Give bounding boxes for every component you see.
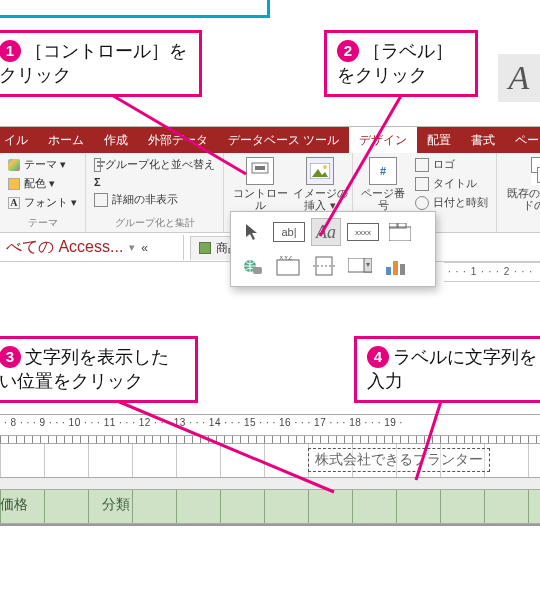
callout-1: 1［コントロール］をクリック bbox=[0, 30, 202, 97]
fonts-icon: A bbox=[8, 197, 20, 209]
tab-dbtools[interactable]: データベース ツール bbox=[218, 127, 349, 153]
btn-add-existing-fields[interactable]: 既存のフィールドの追加 bbox=[505, 157, 540, 211]
design-row-2[interactable]: 価格 分類 bbox=[0, 490, 540, 524]
group-theme: テーマ ▾ 配色 ▾ A フォント ▾ テーマ bbox=[0, 153, 86, 232]
label-control[interactable]: 株式会社できるプランター bbox=[308, 448, 490, 472]
btn-hide-detail[interactable]: 詳細の非表示 bbox=[94, 192, 215, 207]
btn-colors[interactable]: 配色 ▾ bbox=[8, 176, 77, 191]
ctl-button[interactable]: xxxx bbox=[347, 223, 379, 241]
nav-pane-title[interactable]: べての Access... ▾ « bbox=[0, 235, 184, 260]
h-ruler: · 8 · · · 9 · · · 10 · · · 11 · · · 12 ·… bbox=[0, 414, 540, 436]
callout-3-text: 文字列を表示したい位置をクリック bbox=[0, 347, 169, 391]
ctl-textbox[interactable]: ab| bbox=[273, 222, 305, 242]
ctl-combobox[interactable] bbox=[345, 252, 375, 280]
hash-icon: # bbox=[369, 157, 397, 185]
fields-icon bbox=[531, 157, 540, 185]
btn-insert-image[interactable]: イメージの挿入 ▾ bbox=[292, 157, 348, 211]
callout-3: 3文字列を表示したい位置をクリック bbox=[0, 336, 198, 403]
callout-4-text: ラベルに文字列を入力 bbox=[367, 347, 537, 391]
tab-create[interactable]: 作成 bbox=[94, 127, 138, 153]
svg-rect-19 bbox=[393, 261, 398, 275]
ctl-tab[interactable] bbox=[385, 218, 415, 246]
colors-icon bbox=[8, 178, 20, 190]
hide-detail-icon bbox=[94, 193, 108, 207]
group-grouping: グループ化と並べ替え Σ 詳細の非表示 グループ化と集計 bbox=[86, 153, 224, 232]
callout-4: 4ラベルに文字列を入力 bbox=[354, 336, 540, 403]
controls-gallery: ab| Aa xxxx XYZ bbox=[230, 211, 436, 287]
ctl-label[interactable]: Aa bbox=[311, 218, 341, 246]
btn-themes-label: テーマ ▾ bbox=[24, 157, 66, 172]
btn-themes[interactable]: テーマ ▾ bbox=[8, 157, 77, 172]
label-control-text: 株式会社できるプランター bbox=[315, 451, 483, 467]
field-price[interactable]: 価格 bbox=[0, 496, 56, 514]
btn-group-sort[interactable]: グループ化と並べ替え bbox=[94, 157, 215, 172]
svg-text:XYZ: XYZ bbox=[279, 256, 293, 261]
image-icon bbox=[306, 157, 334, 185]
ctl-chart[interactable] bbox=[381, 252, 411, 280]
big-a-glyph: A bbox=[498, 54, 540, 102]
tab-page[interactable]: ページ設定 bbox=[505, 127, 540, 153]
nav-title-text: べての Access... bbox=[6, 237, 123, 258]
btn-datetime-label: 日付と時刻 bbox=[433, 195, 488, 210]
ctl-hyperlink[interactable] bbox=[237, 252, 267, 280]
tab-arrange[interactable]: 配置 bbox=[417, 127, 461, 153]
chevron-down-icon: ▾ bbox=[129, 241, 135, 254]
ctl-select[interactable] bbox=[237, 218, 267, 246]
btn-insert-image-label: イメージの挿入 ▾ bbox=[292, 187, 348, 211]
tab-format[interactable]: 書式 bbox=[461, 127, 505, 153]
tab-file[interactable]: イル bbox=[0, 127, 38, 153]
svg-rect-1 bbox=[255, 166, 265, 170]
btn-totals[interactable]: Σ bbox=[94, 176, 215, 188]
btn-datetime[interactable]: 日付と時刻 bbox=[415, 195, 488, 210]
ribbon: イル ホーム 作成 外部データ データベース ツール デザイン 配置 書式 ペー… bbox=[0, 126, 540, 233]
controls-icon bbox=[246, 157, 274, 185]
themes-icon bbox=[8, 159, 20, 171]
tab-extdata[interactable]: 外部データ bbox=[138, 127, 218, 153]
btn-logo[interactable]: ロゴ bbox=[415, 157, 488, 172]
callout-3-num: 3 bbox=[0, 346, 21, 368]
group-add-fields: 既存のフィールドの追加 bbox=[497, 153, 540, 232]
btn-colors-label: 配色 ▾ bbox=[24, 176, 55, 191]
callout-2: 2［ラベル］をクリック bbox=[324, 30, 478, 97]
group-theme-label: テーマ bbox=[8, 216, 77, 230]
ctl-pagebreak[interactable] bbox=[309, 252, 339, 280]
ribbon-body: テーマ ▾ 配色 ▾ A フォント ▾ テーマ bbox=[0, 153, 540, 233]
svg-rect-20 bbox=[400, 264, 405, 275]
ctl-option-group[interactable]: XYZ bbox=[273, 252, 303, 280]
svg-rect-6 bbox=[389, 227, 411, 241]
tab-home[interactable]: ホーム bbox=[38, 127, 94, 153]
title-icon bbox=[415, 177, 429, 191]
ruler-fragment-top: · · · 1 · · · 2 · · · bbox=[444, 262, 540, 282]
btn-add-existing-fields-label: 既存のフィールドの追加 bbox=[505, 187, 540, 211]
design-row-1[interactable]: 株式会社できるプランター bbox=[0, 444, 540, 478]
svg-rect-11 bbox=[277, 260, 299, 275]
logo-icon bbox=[415, 158, 429, 172]
report-icon bbox=[199, 242, 211, 254]
tab-design[interactable]: デザイン bbox=[349, 127, 417, 153]
group-sort-icon bbox=[94, 158, 101, 172]
field-category-label: 分類 bbox=[102, 496, 130, 512]
btn-fonts-label: フォント ▾ bbox=[24, 195, 77, 210]
btn-controls-label: コントロール bbox=[232, 187, 288, 211]
svg-marker-5 bbox=[246, 224, 257, 240]
btn-title-label: タイトル bbox=[433, 176, 477, 191]
btn-page-number-label: ページ番号 bbox=[361, 187, 405, 211]
ribbon-tabstrip: イル ホーム 作成 外部データ データベース ツール デザイン 配置 書式 ペー… bbox=[0, 127, 540, 153]
group-grouping-label: グループ化と集計 bbox=[94, 216, 215, 230]
btn-title[interactable]: タイトル bbox=[415, 176, 488, 191]
btn-group-sort-label: グループ化と並べ替え bbox=[105, 157, 215, 172]
design-surface: · 8 · · · 9 · · · 10 · · · 11 · · · 12 ·… bbox=[0, 414, 540, 607]
section-bar[interactable] bbox=[0, 478, 540, 490]
teal-frame-top bbox=[0, 0, 270, 18]
btn-hide-detail-label: 詳細の非表示 bbox=[112, 192, 178, 207]
design-footer bbox=[0, 524, 540, 530]
collapse-icon[interactable]: « bbox=[141, 241, 148, 255]
field-category[interactable]: 分類 bbox=[102, 496, 152, 514]
ruler-ticks bbox=[0, 436, 540, 444]
callout-2-num: 2 bbox=[337, 40, 359, 62]
btn-fonts[interactable]: A フォント ▾ bbox=[8, 195, 77, 210]
datetime-icon bbox=[415, 196, 429, 210]
svg-rect-10 bbox=[253, 267, 262, 274]
btn-page-number[interactable]: # ページ番号 bbox=[361, 157, 405, 211]
sigma-icon: Σ bbox=[94, 176, 101, 188]
